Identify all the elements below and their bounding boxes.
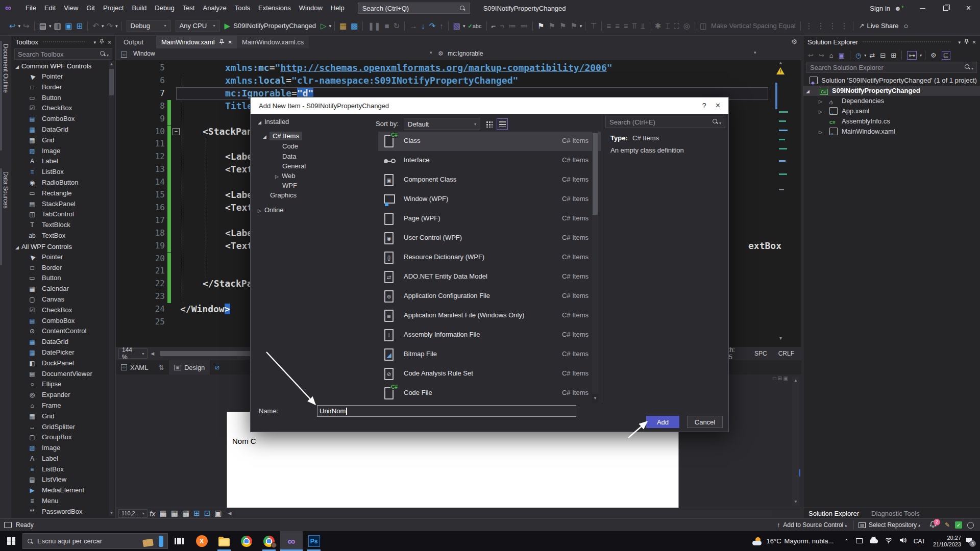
task-view-button[interactable] [168,531,190,551]
tablet-mode-icon[interactable] [856,537,863,545]
scroll-left-icon[interactable]: ◀ [151,351,154,356]
menu-project[interactable]: Project [99,0,128,16]
toolbox-item-listview[interactable]: ▤ListView [11,474,108,485]
swap-panes-icon[interactable]: ⇅ [158,364,164,371]
popout-icon[interactable]: ⧄ [215,363,219,371]
editor-scrollbar[interactable]: ▲ ! ▼ [774,60,793,347]
home-icon[interactable]: ⌂ [829,52,834,59]
toolbox-item-checkbox[interactable]: ☑CheckBox [11,103,108,114]
toolbox-item-contentcontrol[interactable]: ⊙ContentControl [11,326,108,337]
dialog-tree-wpf[interactable]: WPF [275,182,297,189]
menu-edit[interactable]: Edit [40,0,60,16]
chevron-down-icon[interactable]: ▾ [580,23,582,29]
action-center-icon[interactable]: 3 [965,537,973,545]
dialog-tree-web[interactable]: ▷Web [275,172,295,180]
navigate-forward-icon[interactable]: ↪ [23,21,30,31]
toolbox-item-button[interactable]: ▭Button [11,93,108,104]
menu-test[interactable]: Test [179,0,199,16]
pause-icon[interactable]: ❚❚ [368,21,380,31]
dialog-close-button[interactable]: × [716,101,720,110]
chrome-profile-icon[interactable] [258,531,280,551]
chevron-down-icon[interactable]: ▾ [864,53,866,58]
toolbox-item-label[interactable]: ALabel [11,156,108,167]
chevron-down-icon[interactable]: ▾ [102,23,104,29]
volume-icon[interactable] [899,537,906,545]
chrome-icon[interactable] [235,531,258,551]
previous-bookmark-icon[interactable]: ⚑ [548,21,555,31]
design-pane-icons[interactable]: □ ⊞ ▣ [773,375,788,381]
sync-with-active-document-icon[interactable]: ⊶ [907,51,917,60]
quick-search-input[interactable]: Search (Ctrl+Q) [358,3,470,14]
horizontal-spacing-icon[interactable]: ◫ [700,21,707,31]
toolbox-item-pointer[interactable]: ▶Pointer [11,252,108,263]
toolbox-item-textbox[interactable]: abTextBox [11,231,108,241]
toolbox-item-grid[interactable]: ▦Grid [11,135,108,146]
collapsed-arrow-icon[interactable]: ▷ [819,127,822,137]
toolbox-item-button[interactable]: ▭Button [11,273,108,284]
toolbox-item-listbox[interactable]: ≡ListBox [11,167,108,178]
solution-item-app-xaml[interactable]: ▷‹›App.xaml [803,106,980,116]
feedback-bubble-icon[interactable] [4,522,12,528]
collapsed-arrow-icon[interactable]: ▷ [819,107,822,117]
toolbox-item-image[interactable]: ▨Image [11,443,108,454]
list-scrollbar[interactable]: ▼ [592,132,598,403]
template-item-class-csharp[interactable]: C#ClassC# Items [378,132,601,151]
tab-solution-explorer[interactable]: Solution Explorer [808,510,859,517]
sign-in-link[interactable]: Sign in [870,5,890,12]
lock-controls-icon[interactable]: ◎ [683,21,690,31]
cancel-button[interactable]: Cancel [687,416,723,428]
collapse-all-icon[interactable]: ⊟ [880,52,886,59]
fit-icon[interactable]: ⛶ [674,21,679,31]
chevron-down-icon[interactable]: ▾ [18,23,21,29]
chevron-down-icon[interactable]: ▾ [93,40,96,45]
toolbox-item-canvas[interactable]: ▢Canvas [11,294,108,305]
expanded-arrow-icon[interactable]: ◢ [806,86,810,96]
template-item-component-class[interactable]: ▣Component ClassC# Items [378,170,601,190]
code-line-5[interactable]: 5xmlns:mc="http://schemas.openxmlformats… [116,62,801,74]
dialog-tree-graphics[interactable]: Graphics [263,191,297,199]
xampp-icon[interactable]: X [190,531,213,551]
design-vertical-scrollbar[interactable]: ▲ ▼ [792,377,799,506]
step-into-icon[interactable]: ↓ [421,21,425,30]
template-item-assembly-info[interactable]: iAssembly Information FileC# Items [378,325,601,345]
solution-item-s09inotifypropertychanged[interactable]: ◢C#S09INotifyPropertyChanged [803,86,980,96]
toolbox-section-header[interactable]: ◢All WPF Controls [11,241,108,252]
chevron-down-icon[interactable]: ▾ [49,23,52,29]
chevron-down-icon[interactable]: ▾ [958,40,961,45]
toolbox-item-image[interactable]: ▨Image [11,146,108,157]
toolbox-item-expander[interactable]: ◎Expander [11,390,108,400]
toolbox-item-textblock[interactable]: TTextBlock [11,220,108,231]
dialog-tree-online[interactable]: ▷Online [258,206,284,214]
tab-xaml[interactable]: ‹› XAML [116,360,153,374]
tab-data-sources[interactable]: Data Sources [0,168,11,265]
start-without-debugging-icon[interactable]: ▷ [321,21,327,31]
stop-icon[interactable]: ■ [385,21,389,30]
close-icon[interactable]: × [108,39,111,46]
breadcrumb-member[interactable]: mc:Ignorable [448,50,483,57]
minimize-button[interactable]: ─ [911,0,934,16]
weather-temp[interactable]: 16°C [767,537,781,545]
toolbox-item-gridsplitter[interactable]: ↔GridSplitter [11,422,108,433]
dialog-search-input[interactable]: Search (Ctrl+E) ▾ [605,116,725,128]
bookmark-icon[interactable]: ⚑ [537,21,544,31]
small-icons-view-button[interactable] [483,118,495,130]
gear-icon[interactable]: ⚙ [791,38,797,45]
align-centers-icon[interactable]: ≡ [615,21,620,30]
switch-views-icon[interactable]: ▣ [839,52,845,59]
scroll-up-icon[interactable]: ▲ [109,62,114,66]
step-out-icon[interactable]: ↑ [439,21,444,30]
menu-tools[interactable]: Tools [231,0,254,16]
start-debugging-button[interactable]: ▶S09INotifyPropertyChanged [225,20,316,32]
make-same-height-icon[interactable]: ⌶ [665,21,670,31]
align-tops-icon[interactable]: ⫪ [632,21,636,31]
template-item-user-control[interactable]: ◉User Control (WPF)C# Items [378,229,601,248]
taskbar-search-input[interactable]: Escriu aquí per cercar [22,533,168,549]
app-insights-icon[interactable]: ▧ [453,21,460,31]
name-input[interactable]: UnirNom [317,405,576,417]
code-line-6[interactable]: 6xmlns:local="clr-namespace:S09INotifyPr… [116,74,801,87]
onedrive-icon[interactable] [870,539,878,543]
forward-icon[interactable]: ↪ [819,52,824,59]
step-over-icon[interactable]: ↷ [429,21,436,31]
toolbox-section-header[interactable]: ◢Common WPF Controls [11,61,108,71]
zoom-selector[interactable]: 144 % ▾ [118,348,148,359]
